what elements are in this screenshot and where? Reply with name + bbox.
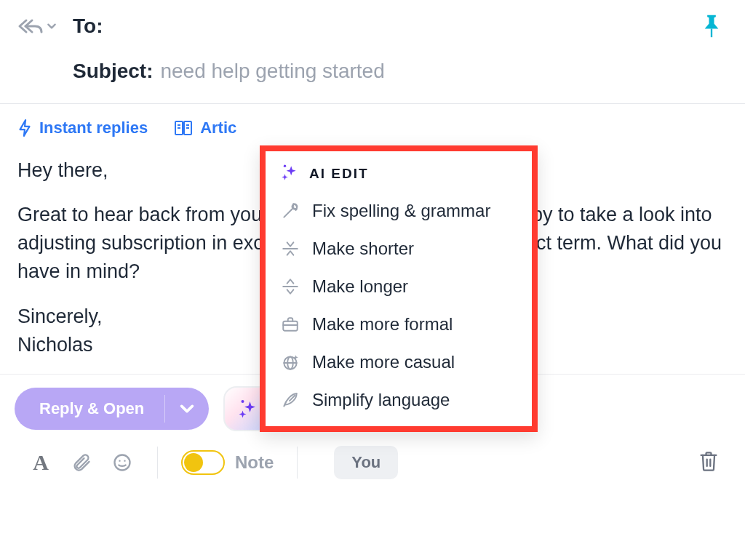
ai-item-label: Make shorter — [312, 239, 414, 259]
ai-item-label: Simplify language — [312, 390, 450, 410]
globe-sparkle-icon — [280, 352, 300, 372]
svg-point-17 — [242, 400, 244, 403]
ai-item-label: Make more formal — [312, 314, 453, 335]
format-toolbar: A Note You — [0, 439, 745, 487]
subject-value[interactable]: need help getting started — [160, 60, 384, 83]
assignee-pill[interactable]: You — [334, 446, 398, 479]
ai-item-label: Make more casual — [312, 352, 455, 372]
chevron-down-icon — [47, 21, 57, 31]
lightning-icon — [17, 119, 32, 137]
subject-row: Subject: need help getting started — [73, 60, 722, 83]
trash-icon — [698, 450, 719, 472]
sparkle-icon — [237, 398, 259, 420]
ai-item-make-more-formal[interactable]: Make more formal — [273, 305, 525, 343]
note-toggle[interactable] — [181, 450, 225, 475]
to-label: To: — [73, 15, 103, 38]
tab-articles-label: Artic — [200, 119, 236, 137]
ai-item-make-longer[interactable]: Make longer — [273, 268, 525, 305]
ai-item-make-more-casual[interactable]: Make more casual — [273, 343, 525, 381]
reply-type-dropdown[interactable] — [17, 17, 57, 35]
ai-edit-popover: AI EDIT Fix spelling & grammar Make shor… — [260, 145, 538, 432]
svg-point-19 — [119, 460, 120, 461]
collapse-vertical-icon — [280, 239, 300, 259]
tab-articles[interactable]: Artic — [174, 119, 236, 137]
svg-point-18 — [115, 455, 130, 470]
wrench-icon — [280, 201, 300, 221]
reply-open-label: Reply & Open — [39, 399, 144, 418]
assignee-label: You — [351, 453, 381, 471]
note-toggle-group: Note — [181, 450, 274, 475]
svg-rect-0 — [711, 29, 712, 38]
paperclip-icon — [71, 452, 92, 473]
body-signature: Nicholas — [17, 334, 93, 356]
emoji-button[interactable] — [111, 451, 134, 474]
svg-point-7 — [284, 165, 286, 167]
body-signoff-text: Sincerely, — [17, 305, 103, 327]
delete-button[interactable] — [698, 450, 719, 475]
tab-instant-replies[interactable]: Instant replies — [17, 119, 148, 137]
ai-item-label: Make longer — [312, 276, 408, 297]
subject-label: Subject: — [73, 60, 153, 83]
insert-tabs: Instant replies Artic — [0, 104, 745, 143]
toolbar-separator — [157, 447, 158, 479]
reply-all-icon — [17, 17, 44, 35]
note-label: Note — [235, 452, 274, 473]
reply-open-dropdown[interactable] — [165, 388, 209, 430]
ai-item-simplify-language[interactable]: Simplify language — [273, 381, 525, 419]
to-row: To: — [17, 15, 722, 38]
ai-edit-header: AI EDIT — [273, 163, 525, 192]
chevron-down-icon — [179, 401, 195, 417]
text-format-button[interactable]: A — [29, 451, 52, 474]
reply-open-split-button: Reply & Open — [15, 388, 209, 430]
attachment-button[interactable] — [70, 451, 93, 474]
svg-point-20 — [124, 460, 125, 461]
svg-rect-11 — [283, 321, 298, 331]
feather-icon — [280, 390, 300, 410]
ai-item-fix-spelling-grammar[interactable]: Fix spelling & grammar — [273, 192, 525, 230]
articles-icon — [174, 119, 193, 137]
ai-item-make-shorter[interactable]: Make shorter — [273, 230, 525, 268]
expand-vertical-icon — [280, 276, 300, 297]
smile-icon — [112, 452, 132, 473]
tab-instant-replies-label: Instant replies — [39, 119, 148, 137]
sparkle-icon — [280, 163, 299, 185]
compose-header: To: Subject: need help getting started — [0, 0, 745, 90]
pin-icon[interactable] — [701, 13, 722, 42]
reply-open-button[interactable]: Reply & Open — [15, 388, 164, 430]
ai-edit-title: AI EDIT — [309, 166, 369, 182]
toggle-knob — [184, 453, 203, 472]
toolbar-separator-2 — [297, 447, 298, 479]
ai-item-label: Fix spelling & grammar — [312, 201, 490, 221]
briefcase-icon — [280, 314, 300, 335]
